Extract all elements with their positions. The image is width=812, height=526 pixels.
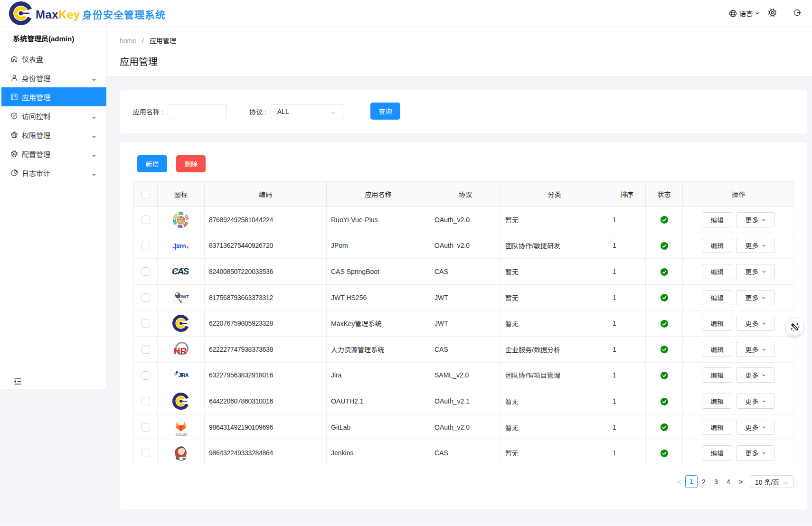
svg-text:GitLab: GitLab [176, 432, 188, 436]
svg-text:JWT: JWT [179, 294, 189, 299]
svg-text:CAS: CAS [172, 266, 189, 276]
svg-text:HR: HR [174, 346, 187, 356]
svg-text:JIRA: JIRA [179, 372, 189, 378]
svg-text:Jpom: Jpom [172, 242, 186, 250]
